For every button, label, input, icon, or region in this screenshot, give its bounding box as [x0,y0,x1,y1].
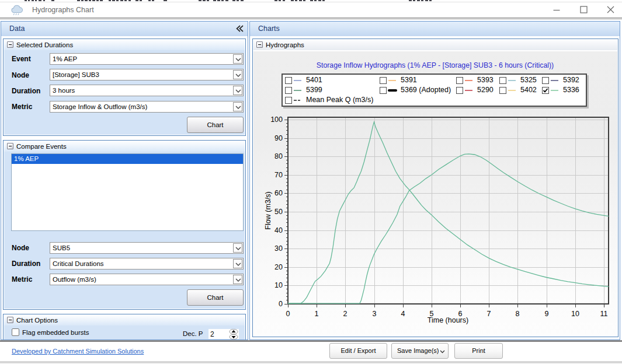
svg-text:30: 30 [274,244,283,253]
svg-text:10: 10 [571,310,579,318]
svg-text:90: 90 [274,134,283,142]
svg-text:3: 3 [373,310,377,318]
svg-text:1: 1 [315,310,319,318]
svg-text:100: 100 [270,116,283,124]
svg-text:0: 0 [286,310,290,318]
svg-text:50: 50 [274,208,283,216]
svg-text:Storage Inflow Hydrographs (1%: Storage Inflow Hydrographs (1% AEP - [St… [317,61,554,69]
svg-text:9: 9 [545,310,549,318]
svg-text:40: 40 [274,226,283,235]
svg-text:Flow (m3/s): Flow (m3/s) [264,191,272,229]
svg-text:0: 0 [279,300,283,308]
svg-text:10: 10 [274,281,283,289]
svg-text:60: 60 [274,189,283,197]
svg-text:80: 80 [274,152,283,160]
svg-text:Time (hours): Time (hours) [428,316,468,324]
svg-text:20: 20 [274,263,283,271]
svg-text:7: 7 [487,310,491,318]
svg-text:11: 11 [600,310,608,318]
svg-text:70: 70 [274,171,283,179]
svg-text:8: 8 [516,310,520,318]
svg-text:4: 4 [401,310,405,318]
svg-text:2: 2 [343,310,348,318]
